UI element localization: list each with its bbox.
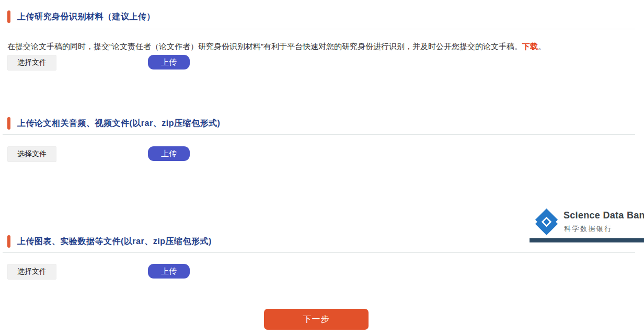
section-title: 上传研究身份识别材料（建议上传）	[17, 11, 155, 22]
section-divider	[3, 252, 635, 253]
identity-materials-description: 在提交论文手稿的同时，提交“论文责任者（论文作者）研究身份识别材料”有利于平台快…	[7, 41, 637, 52]
choose-file-button-identity[interactable]: 选择文件	[7, 55, 56, 71]
section-audio-video-header: 上传论文相关音频、视频文件(以rar、zip压缩包形式)	[7, 117, 220, 130]
upload-materials-page: 上传研究身份识别材料（建议上传） 在提交论文手稿的同时，提交“论文责任者（论文作…	[0, 0, 644, 336]
science-data-bank-logo-icon	[532, 207, 561, 236]
upload-button-charts-data[interactable]: 上传	[148, 264, 190, 279]
section-divider	[3, 29, 635, 29]
choose-file-button-audio-video[interactable]: 选择文件	[7, 146, 56, 162]
section-charts-data-header: 上传图表、实验数据等文件(以rar、zip压缩包形式)	[7, 235, 212, 248]
section-marker-bar	[7, 235, 10, 248]
upload-button-identity[interactable]: 上传	[148, 55, 190, 69]
logo-title-en: Science Data Bank	[564, 210, 644, 221]
section-identity-materials-header: 上传研究身份识别材料（建议上传）	[7, 10, 155, 23]
section-title: 上传论文相关音频、视频文件(以rar、zip压缩包形式)	[17, 118, 220, 129]
description-suffix: 。	[538, 42, 546, 51]
section-divider	[3, 134, 635, 135]
logo-title-zh: 科学数据银行	[564, 224, 613, 234]
next-step-button[interactable]: 下一步	[264, 309, 369, 330]
choose-file-button-charts-data[interactable]: 选择文件	[7, 264, 56, 280]
description-text: 在提交论文手稿的同时，提交“论文责任者（论文作者）研究身份识别材料”有利于平台快…	[7, 42, 522, 51]
section-title: 上传图表、实验数据等文件(以rar、zip压缩包形式)	[17, 236, 212, 247]
section-marker-bar	[7, 10, 10, 23]
logo-navy-bar	[530, 238, 644, 242]
download-link[interactable]: 下载	[522, 42, 538, 51]
upload-button-audio-video[interactable]: 上传	[148, 146, 190, 161]
section-marker-bar	[7, 117, 10, 130]
